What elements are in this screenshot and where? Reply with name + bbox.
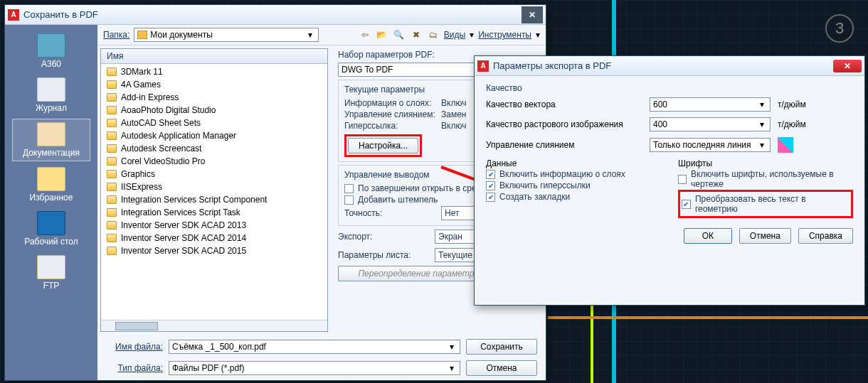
- raster-quality-combo[interactable]: 400▾: [650, 117, 771, 131]
- delete-icon[interactable]: ✖: [410, 28, 423, 41]
- titlebar[interactable]: A Параметры экспорта в PDF ✕: [475, 56, 864, 76]
- place-ftp[interactable]: FTP: [12, 252, 90, 293]
- vector-quality-label: Качество вектора: [486, 99, 642, 109]
- folder-combo[interactable]: Мои документы▾: [134, 28, 319, 42]
- close-icon[interactable]: ✕: [833, 60, 862, 72]
- quality-group-label: Качество: [486, 83, 853, 93]
- file-item[interactable]: 4A Games: [101, 78, 327, 91]
- folder-icon: [107, 157, 117, 166]
- folder-icon: [107, 247, 117, 255]
- file-item[interactable]: AoaoPhoto Digital Studio: [101, 104, 327, 117]
- up-folder-icon[interactable]: 📂: [376, 28, 388, 41]
- file-item[interactable]: Inventor Server SDK ACAD 2013: [101, 219, 327, 232]
- file-item[interactable]: Corel VideoStudio Pro: [101, 155, 327, 168]
- viewport-counter: 3: [825, 14, 854, 43]
- file-item[interactable]: Autodesk Screencast: [101, 142, 327, 155]
- merge-preview-icon: [778, 137, 793, 153]
- folder-icon: [107, 106, 117, 114]
- file-list[interactable]: Имя 3DMark 114A GamesAdd-in ExpressAoaoP…: [100, 48, 328, 332]
- place-journal[interactable]: Журнал: [12, 75, 90, 116]
- highlight-settings: Настройка...: [344, 134, 422, 157]
- dialog-title: Параметры экспорта в PDF: [493, 60, 833, 71]
- create-bookmarks-checkbox[interactable]: ✔Создать закладки: [486, 191, 661, 203]
- dialog-title: Сохранить в PDF: [23, 9, 522, 20]
- folder-icon: [107, 170, 117, 178]
- fonts-group-label: Шрифты: [678, 158, 853, 168]
- file-item[interactable]: Integration Services Script Task: [101, 206, 327, 219]
- highlight-convert-text: ✔Преобразовать весь текст в геометрию: [678, 190, 853, 218]
- filename-label: Имя файла:: [106, 342, 163, 352]
- chevron-down-icon[interactable]: ▾: [536, 30, 540, 40]
- convert-text-checkbox[interactable]: ✔Преобразовать весь текст в геометрию: [682, 193, 850, 215]
- folder-icon: [107, 195, 117, 204]
- cancel-button[interactable]: Отмена: [466, 360, 537, 376]
- titlebar[interactable]: A Сохранить в PDF ✕: [5, 5, 546, 25]
- place-desktop[interactable]: Рабочий стол: [12, 208, 90, 249]
- file-item[interactable]: IISExpress: [101, 180, 327, 193]
- vector-quality-combo[interactable]: 600▾: [650, 97, 771, 112]
- h-scrollbar[interactable]: [101, 320, 327, 331]
- file-item[interactable]: Inventor Server SDK ACAD 2015: [101, 244, 327, 257]
- file-item[interactable]: Integration Services Script Component: [101, 193, 327, 206]
- chevron-down-icon[interactable]: ▾: [470, 30, 474, 40]
- places-bar: A360 Журнал Документация Избранное Рабоч…: [5, 25, 97, 380]
- folder-icon: [107, 208, 117, 217]
- folder-icon: [107, 183, 117, 191]
- file-item[interactable]: Autodesk Application Manager: [101, 129, 327, 142]
- file-item[interactable]: Add-in Express: [101, 91, 327, 104]
- place-favorites[interactable]: Избранное: [12, 164, 90, 205]
- column-header-name[interactable]: Имя: [101, 49, 327, 64]
- save-pdf-dialog: A Сохранить в PDF ✕ A360 Журнал Документ…: [4, 4, 546, 381]
- place-documents[interactable]: Документация: [12, 119, 90, 161]
- data-group-label: Данные: [486, 158, 661, 168]
- save-button[interactable]: Сохранить: [466, 339, 537, 355]
- merge-control-combo[interactable]: Только последняя линия▾: [650, 138, 771, 152]
- folder-icon: [107, 119, 117, 127]
- folder-icon: [107, 221, 117, 230]
- chevron-down-icon: ▾: [305, 30, 315, 40]
- pdf-export-params-dialog: A Параметры экспорта в PDF ✕ Качество Ка…: [474, 55, 865, 306]
- unit-label: т/дюйм: [778, 99, 820, 109]
- ok-button[interactable]: ОК: [684, 228, 732, 244]
- filename-input[interactable]: Съёмка _1_500_коп.pdf▾: [169, 340, 460, 354]
- cancel-button[interactable]: Отмена: [739, 228, 791, 244]
- help-button[interactable]: Справка: [798, 228, 853, 244]
- file-item[interactable]: 3DMark 11: [101, 65, 327, 78]
- close-icon[interactable]: ✕: [522, 6, 543, 23]
- file-item[interactable]: AutoCAD Sheet Sets: [101, 117, 327, 129]
- file-item[interactable]: Inventor Server SDK ACAD 2014: [101, 232, 327, 244]
- views-menu[interactable]: Виды: [444, 30, 465, 40]
- include-hyperlinks-checkbox[interactable]: ✔Включить гиперссылки: [486, 180, 661, 191]
- checkbox-icon[interactable]: [344, 184, 354, 193]
- raster-quality-label: Качество растрового изображения: [486, 119, 642, 129]
- file-item[interactable]: Graphics: [101, 168, 327, 180]
- folder-icon: [107, 131, 117, 140]
- filetype-label: Тип файла:: [106, 363, 163, 373]
- include-layers-checkbox[interactable]: ✔Включить информацию о слоях: [486, 168, 661, 180]
- search-web-icon[interactable]: 🔍: [393, 28, 406, 41]
- include-fonts-checkbox[interactable]: Включить шрифты, используемые в чертеже: [678, 168, 853, 190]
- tools-menu[interactable]: Инструменты: [478, 30, 531, 40]
- app-logo-icon: A: [8, 9, 19, 21]
- place-a360[interactable]: A360: [12, 31, 90, 72]
- checkbox-icon[interactable]: [344, 195, 354, 205]
- merge-control-label: Управление слиянием: [486, 140, 642, 150]
- back-icon[interactable]: ⇦: [359, 28, 371, 41]
- folder-icon: [107, 144, 117, 153]
- folder-icon: [107, 80, 117, 89]
- unit-label: т/дюйм: [778, 119, 820, 129]
- new-folder-icon[interactable]: 🗂: [427, 28, 440, 41]
- folder-icon: [137, 31, 147, 39]
- pdf-settings-button[interactable]: Настройка...: [348, 138, 418, 153]
- filetype-combo[interactable]: Файлы PDF (*.pdf)▾: [169, 361, 460, 375]
- folder-icon: [107, 234, 117, 242]
- folder-icon: [107, 68, 117, 76]
- app-logo-icon: A: [477, 60, 489, 72]
- folder-icon: [107, 93, 117, 102]
- folder-label: Папка:: [103, 30, 129, 40]
